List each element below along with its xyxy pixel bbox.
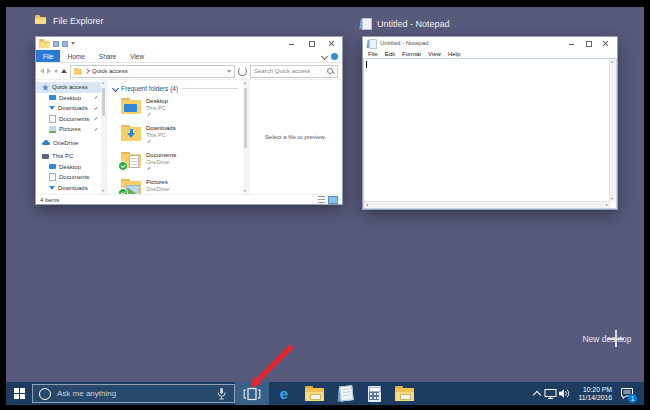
sidebar-item-pictures: Pictures <box>36 124 106 135</box>
taskbar-app-folder[interactable] <box>389 382 419 405</box>
start-button[interactable] <box>6 382 32 405</box>
sync-badge-icon <box>118 188 128 194</box>
preview-pane-text: Select a file to preview. <box>265 134 326 140</box>
pictures-icon <box>49 126 56 133</box>
tray-time: 10:20 PM <box>583 386 612 394</box>
downloads-icon <box>49 106 55 110</box>
sidebar-item-desktop: Desktop <box>36 93 106 104</box>
desktop-icon <box>49 164 56 169</box>
vertical-scrollbar <box>609 59 616 202</box>
documents-folder-icon <box>121 152 141 168</box>
taskbar-app-calculator[interactable] <box>359 382 389 405</box>
downloads-icon <box>49 186 55 190</box>
sidebar-item-documents: Documents <box>36 114 106 125</box>
taskbar-app-notepad[interactable] <box>329 382 359 405</box>
search-placeholder-text: Ask me anything <box>57 389 116 398</box>
sidebar-item-music: Music <box>36 193 106 194</box>
folder-icon <box>39 39 50 48</box>
show-hidden-icons-button[interactable] <box>530 382 543 405</box>
text-caret <box>366 61 367 68</box>
menu-format: Format <box>402 51 421 57</box>
pin-icon <box>147 193 151 194</box>
taskbar-app-file-explorer[interactable] <box>299 382 329 405</box>
calculator-icon <box>368 386 381 402</box>
maximize-icon <box>308 40 315 47</box>
folder-item-downloads: Downloads This PC <box>113 124 238 151</box>
sidebar-item-documents-2: Documents <box>36 172 106 183</box>
menu-edit: Edit <box>385 51 395 57</box>
downloads-folder-icon <box>121 125 141 141</box>
sidebar-item-onedrive: OneDrive <box>36 138 106 149</box>
large-icons-view-icon <box>328 196 338 204</box>
file-explorer-thumbnail-title: File Explorer <box>53 16 104 26</box>
ribbon-tab-bar: File Home Share View <box>36 50 342 63</box>
system-tray: 10:20 PM 11/14/2016 1 <box>530 382 644 405</box>
new-desktop-button[interactable]: New desktop <box>575 330 639 344</box>
status-bar: 4 items <box>36 194 342 204</box>
onedrive-icon <box>42 140 50 145</box>
search-placeholder: Search Quick access <box>254 68 310 74</box>
folder-item-pictures: Pictures OneDrive <box>113 178 238 194</box>
sidebar-item-quick-access: Quick access <box>36 82 106 93</box>
pin-icon <box>94 106 98 110</box>
notepad-icon <box>367 39 376 48</box>
up-icon <box>61 69 67 73</box>
tab-view: View <box>123 50 151 62</box>
minimize-icon <box>568 40 575 47</box>
folder-item-desktop: Desktop This PC <box>113 97 238 124</box>
folder-item-documents: Documents OneDrive <box>113 151 238 178</box>
preview-pane: Select a file to preview. <box>249 80 342 194</box>
cortana-search-box[interactable]: Ask me anything <box>32 384 235 403</box>
notepad-thumbnail-title: Untitled - Notepad <box>377 19 450 29</box>
pin-icon <box>94 127 98 131</box>
pin-icon <box>147 166 151 170</box>
file-explorer-thumbnail-label[interactable]: File Explorer <box>35 15 104 26</box>
navigation-pane: Quick access Desktop Downloads Documents… <box>36 80 107 194</box>
ribbon-collapse-icon <box>321 52 328 59</box>
documents-icon <box>49 115 56 123</box>
documents-icon <box>49 173 56 181</box>
close-icon <box>602 40 609 47</box>
folder-icon <box>395 386 414 401</box>
breadcrumb: Quick access <box>92 68 128 74</box>
quick-access-toolbar-icon <box>53 41 59 47</box>
search-input: Search Quick access <box>250 65 338 78</box>
sidebar-item-this-pc: This PC <box>36 151 106 162</box>
file-explorer-icon <box>35 15 48 26</box>
notepad-titlebar: Untitled - Notepad <box>363 37 617 49</box>
clock[interactable]: 10:20 PM 11/14/2016 <box>572 382 614 405</box>
history-dropdown-icon <box>54 70 58 73</box>
notepad-icon <box>335 385 354 403</box>
address-bar: Quick access <box>70 65 235 78</box>
this-pc-icon <box>42 154 49 159</box>
maximize-icon <box>585 40 592 47</box>
file-explorer-thumbnail[interactable]: File Home Share View Quick access Search <box>35 36 343 205</box>
sidebar-item-desktop-2: Desktop <box>36 162 106 173</box>
menu-help: Help <box>448 51 460 57</box>
notepad-thumbnail-label[interactable]: Untitled - Notepad <box>360 18 450 30</box>
chevron-up-icon <box>532 390 540 398</box>
tray-date: 11/14/2016 <box>578 394 612 402</box>
taskbar: Ask me anything e <box>6 382 644 405</box>
item-count: 4 items <box>40 197 59 203</box>
cortana-icon <box>39 388 51 400</box>
task-view-desktop: File Explorer File Home Share View <box>6 7 644 405</box>
collapse-section-icon <box>112 84 119 91</box>
menu-file: File <box>368 51 378 57</box>
network-status-button[interactable] <box>543 382 557 405</box>
action-center-button[interactable]: 1 <box>614 382 640 405</box>
microphone-icon[interactable] <box>215 387 228 402</box>
desktop-folder-icon <box>121 98 141 114</box>
red-arrow-annotation <box>238 342 298 396</box>
breadcrumb-chevron-icon <box>84 68 90 74</box>
forward-icon <box>47 68 51 74</box>
folder-list-scrollbar <box>243 80 248 194</box>
volume-button[interactable] <box>557 382 572 405</box>
network-icon <box>544 388 557 400</box>
tab-home: Home <box>60 50 91 62</box>
pictures-folder-icon <box>121 179 141 194</box>
notepad-text-area <box>363 58 617 209</box>
notepad-thumbnail[interactable]: Untitled - Notepad File Edit Format View… <box>362 36 618 210</box>
close-icon <box>328 40 335 47</box>
menu-view: View <box>428 51 441 57</box>
